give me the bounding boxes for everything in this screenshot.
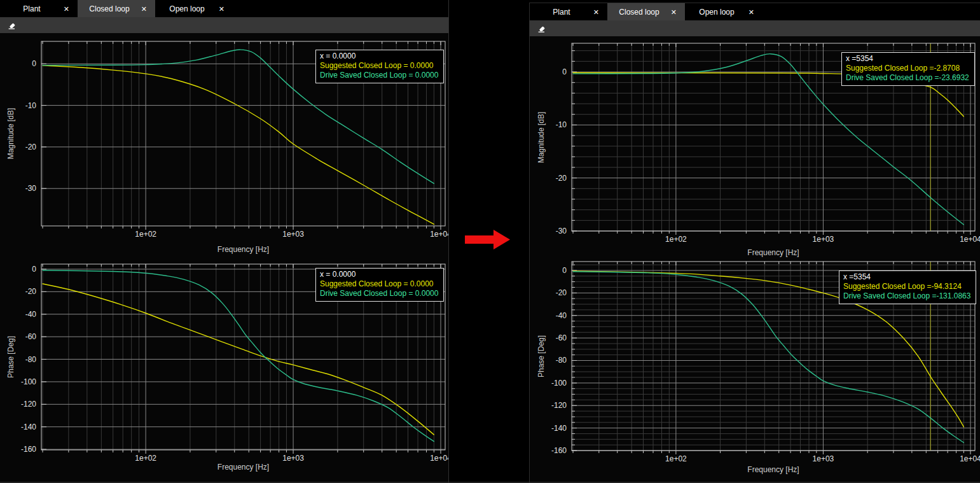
panel-before: Plant ✕ Closed loop ✕ Open loop ✕ 1e+021… — [0, 0, 449, 483]
tab-label: Closed loop — [89, 4, 129, 13]
x-tick-label: 1e+02 — [665, 454, 687, 463]
x-tick-label: 1e+02 — [135, 454, 156, 463]
tab-open-loop[interactable]: Open loop ✕ — [155, 0, 233, 17]
y-tick-label: -80 — [556, 356, 567, 365]
legend-drive-saved-value: Drive Saved Closed Loop =-131.0863 — [843, 291, 970, 301]
tab-label: Closed loop — [619, 8, 659, 17]
y-tick-label: -120 — [551, 401, 567, 410]
xlabel-frequency: Frequency [Hz] — [217, 245, 269, 254]
tab-close-icon[interactable]: ✕ — [593, 8, 599, 15]
y-tick-label: -10 — [556, 120, 567, 129]
y-tick-label: -20 — [25, 287, 37, 296]
transition-arrow — [464, 229, 511, 251]
y-tick-label: -20 — [556, 288, 567, 297]
x-tick-label: 1e+03 — [282, 230, 304, 239]
xlabel-frequency: Frequency [Hz] — [217, 463, 269, 472]
legend-box: x =5354 Suggested Closed Loop =-2.8708 D… — [841, 52, 975, 86]
tab-label: Open loop — [699, 8, 734, 17]
y-tick-label: -100 — [21, 377, 36, 386]
y-tick-label: -160 — [551, 446, 567, 455]
y-tick-label: -10 — [25, 101, 37, 110]
y-tick-label: -20 — [25, 143, 37, 151]
tab-open-loop[interactable]: Open loop ✕ — [685, 3, 763, 20]
legend-box: x =5354 Suggested Closed Loop =-94.3124 … — [839, 270, 976, 304]
tab-close-icon[interactable]: ✕ — [749, 8, 754, 15]
y-tick-label: 0 — [32, 59, 36, 68]
xlabel-frequency: Frequency [Hz] — [747, 465, 799, 474]
y-tick-label: -40 — [556, 311, 567, 320]
toolbar — [0, 17, 448, 33]
y-tick-label: 0 — [32, 265, 36, 274]
legend-drive-saved-value: Drive Saved Closed Loop = 0.0000 — [320, 71, 438, 80]
x-tick-label: 1e+04 — [430, 230, 448, 239]
ylabel-magnitude: Magnitude [dB] — [6, 108, 15, 160]
ylabel-magnitude: Magnitude [dB] — [537, 111, 546, 163]
legend-drive-saved-value: Drive Saved Closed Loop = 0.0000 — [320, 289, 438, 298]
legend-box: x = 0.0000 Suggested Closed Loop = 0.000… — [315, 268, 444, 302]
tab-close-icon[interactable]: ✕ — [141, 5, 147, 12]
tab-plant[interactable]: Plant ✕ — [0, 0, 78, 17]
x-tick-label: 1e+03 — [813, 454, 834, 463]
tab-closed-loop[interactable]: Closed loop ✕ — [607, 3, 685, 20]
x-tick-label: 1e+03 — [813, 235, 834, 244]
x-tick-label: 1e+04 — [430, 454, 448, 463]
tab-closed-loop[interactable]: Closed loop ✕ — [78, 0, 155, 17]
legend-box: x = 0.0000 Suggested Closed Loop = 0.000… — [315, 50, 444, 83]
y-tick-label: -140 — [551, 424, 567, 433]
eraser-icon[interactable] — [6, 20, 17, 31]
tab-bar: Plant ✕ Closed loop ✕ Open loop ✕ — [0, 0, 448, 17]
tab-bar: Plant ✕ Closed loop ✕ Open loop ✕ — [530, 3, 980, 20]
x-tick-label: 1e+04 — [960, 235, 980, 244]
y-tick-label: -30 — [25, 184, 37, 193]
ylabel-phase: Phase [Deg] — [6, 336, 15, 378]
legend-suggested-value: Suggested Closed Loop =-2.8708 — [846, 64, 969, 73]
legend-x-value: x =5354 — [843, 272, 970, 282]
legend-x-value: x = 0.0000 — [320, 270, 438, 279]
xlabel-frequency: Frequency [Hz] — [747, 248, 799, 257]
panel-after: Plant ✕ Closed loop ✕ Open loop ✕ 1e+021… — [529, 3, 980, 483]
tab-close-icon[interactable]: ✕ — [219, 5, 224, 12]
y-tick-label: -100 — [551, 379, 567, 388]
x-tick-label: 1e+02 — [665, 235, 687, 244]
tab-close-icon[interactable]: ✕ — [64, 5, 69, 12]
legend-x-value: x = 0.0000 — [320, 52, 438, 61]
ylabel-phase: Phase [Deg] — [537, 335, 546, 377]
tab-label: Plant — [553, 8, 570, 17]
y-tick-label: -20 — [556, 174, 567, 183]
legend-drive-saved-value: Drive Saved Closed Loop =-23.6932 — [846, 73, 969, 83]
x-tick-label: 1e+03 — [282, 454, 304, 463]
legend-suggested-value: Suggested Closed Loop =-94.3124 — [843, 282, 970, 291]
toolbar — [530, 20, 980, 36]
y-tick-label: -140 — [21, 423, 36, 431]
y-tick-label: -60 — [556, 333, 567, 342]
y-tick-label: 0 — [562, 266, 567, 275]
legend-suggested-value: Suggested Closed Loop = 0.0000 — [320, 61, 438, 71]
tab-label: Plant — [23, 4, 40, 13]
x-tick-label: 1e+02 — [135, 230, 156, 239]
tab-close-icon[interactable]: ✕ — [671, 8, 677, 15]
y-tick-label: -60 — [25, 332, 37, 341]
tab-label: Open loop — [169, 4, 204, 13]
y-tick-label: -120 — [21, 400, 36, 409]
x-tick-label: 1e+04 — [960, 454, 980, 463]
y-tick-label: -30 — [556, 227, 567, 235]
tab-plant[interactable]: Plant ✕ — [530, 3, 607, 20]
legend-suggested-value: Suggested Closed Loop = 0.0000 — [320, 279, 438, 289]
legend-x-value: x =5354 — [846, 54, 969, 64]
eraser-icon[interactable] — [535, 23, 547, 34]
y-tick-label: -80 — [25, 355, 37, 364]
y-tick-label: -40 — [25, 310, 37, 319]
y-tick-label: -160 — [21, 445, 36, 454]
y-tick-label: 0 — [562, 67, 567, 76]
